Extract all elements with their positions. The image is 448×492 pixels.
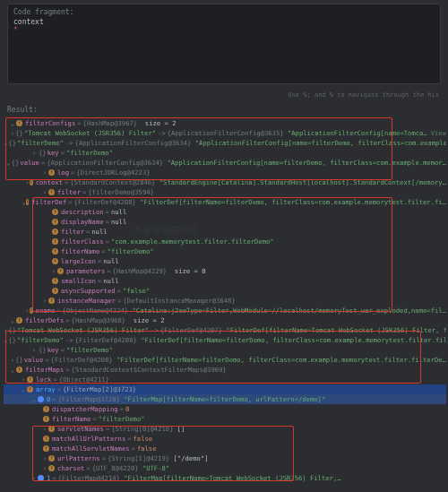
node-fm-filterName[interactable]: ffilterName="filterDemo" — [4, 414, 446, 424]
field-icon: f — [48, 298, 55, 304]
field-icon: f — [52, 219, 58, 225]
chevron-right-icon[interactable] — [41, 296, 48, 306]
chevron-right-icon[interactable] — [25, 306, 30, 315]
chevron-down-icon[interactable] — [9, 315, 16, 325]
node-filter-inner[interactable]: ffilter=null — [4, 227, 446, 237]
chevron-down-icon[interactable] — [20, 384, 27, 394]
field-icon: f — [48, 169, 55, 176]
code-fragment-caret: * — [13, 26, 435, 34]
node-filterClass[interactable]: ffilterClass="com.example.memorytest.fil… — [4, 237, 446, 246]
field-icon: f — [27, 376, 33, 383]
field-icon: f — [57, 268, 64, 274]
view-link[interactable]: View — [431, 128, 446, 138]
field-icon: f — [27, 386, 33, 393]
field-icon: f — [43, 416, 49, 422]
node-parameters[interactable]: fparameters={HashMap@4229} size = 0 — [4, 266, 446, 276]
node-largeIcon[interactable]: flargeIcon=null — [4, 256, 446, 266]
node-filter[interactable]: ffilter={filterDemo@3594} — [4, 187, 446, 197]
field-icon: f — [43, 436, 49, 442]
chevron-down-icon[interactable] — [9, 118, 16, 128]
result-tree[interactable]: ffilterConfigs={HashMap@3967} size = 2 {… — [4, 118, 446, 488]
code-fragment-label: Code fragment: — [13, 8, 435, 16]
node-displayName[interactable]: fdisplayName=null — [4, 217, 446, 227]
node-fd-e1-key[interactable]: {}key="filterDemo" — [4, 345, 446, 355]
chevron-right-icon[interactable] — [41, 168, 48, 177]
node-servletNames[interactable]: fservletNames={String[0]@4218} [] — [4, 424, 446, 434]
node-oname[interactable]: foname={ObjectName@4224} "Catalina:j2eeT… — [4, 306, 446, 315]
chevron-down-icon[interactable] — [9, 365, 16, 375]
node-description[interactable]: fdescription=null — [4, 207, 446, 217]
node-smallIcon[interactable]: fsmallIcon=null — [4, 276, 446, 286]
node-filterName[interactable]: ffilterName="filterDemo" — [4, 246, 446, 256]
chevron-right-icon[interactable] — [30, 473, 38, 483]
field-icon: f — [30, 307, 33, 314]
node-fd-entry0[interactable]: {}"Tomcat WebSocket (JSR356) Filter"->{F… — [4, 325, 446, 335]
field-icon: f — [43, 406, 49, 412]
node-fc-e1-key[interactable]: {}key="filterDemo" — [4, 148, 446, 158]
object-icon — [38, 396, 44, 402]
field-icon: f — [52, 258, 58, 264]
chevron-right-icon[interactable] — [11, 355, 14, 365]
node-urlPatterns[interactable]: furlPatterns={String[1]@4219} ["/demo"] — [4, 453, 446, 463]
node-array-1[interactable]: 1={FilterMap@4214} "FilterMap[filterName… — [4, 473, 446, 483]
chevron-right-icon[interactable] — [41, 463, 48, 473]
node-array[interactable]: farray={FilterMap[2]@3723} — [4, 384, 446, 394]
field-icon: f — [52, 278, 58, 284]
node-fc-entry0[interactable]: {}"Tomcat WebSocket (JSR356) Filter"->{A… — [4, 128, 446, 138]
field-icon: f — [48, 426, 55, 432]
chevron-down-icon[interactable] — [6, 158, 10, 168]
node-filterDef[interactable]: ffilterDef={FilterDef@4208} "FilterDef[f… — [4, 197, 446, 207]
code-fragment-input[interactable]: context — [13, 18, 435, 26]
code-fragment-panel: Code fragment: context * — [7, 4, 441, 84]
node-fc-entry1[interactable]: {}"filterDemo"->{ApplicationFilterConfig… — [4, 138, 446, 148]
chevron-down-icon[interactable] — [4, 138, 7, 148]
result-label: Result: — [7, 106, 38, 114]
chevron-right-icon[interactable] — [25, 177, 30, 187]
field-icon: f — [52, 229, 58, 235]
field-icon: f — [52, 238, 58, 245]
node-fd-entry1[interactable]: {}"filterDemo"->{FilterDef@4208} "Filter… — [4, 335, 446, 345]
field-icon: f — [52, 288, 58, 294]
node-matchAllUrlPatterns[interactable]: fmatchAllUrlPatterns=false — [4, 434, 446, 444]
chevron-right-icon[interactable] — [30, 345, 38, 355]
node-charset[interactable]: fcharset={UTF_8@4220} "UTF-8" — [4, 463, 446, 473]
node-matchAllServletNames[interactable]: fmatchAllServletNames=false — [4, 444, 446, 453]
node-dispatcherMapping[interactable]: fdispatcherMapping=0 — [4, 404, 446, 414]
field-icon: f — [52, 248, 58, 255]
node-filterConfigs[interactable]: ffilterConfigs={HashMap@3967} size = 2 — [4, 118, 446, 128]
field-icon: f — [48, 189, 55, 195]
chevron-down-icon[interactable] — [30, 394, 38, 404]
field-icon: f — [43, 445, 49, 452]
node-context[interactable]: fcontext={StandardContext@2846} "Standar… — [4, 177, 446, 187]
object-icon — [38, 475, 44, 481]
field-icon: f — [16, 120, 22, 126]
node-asyncSupported[interactable]: fasyncSupported="false" — [4, 286, 446, 296]
chevron-right-icon[interactable] — [30, 148, 38, 158]
node-array-0[interactable]: 0={FilterMap@3728} "FilterMap[filterName… — [4, 394, 446, 404]
chevron-right-icon[interactable] — [41, 187, 48, 197]
chevron-right-icon[interactable] — [20, 375, 27, 384]
chevron-right-icon[interactable] — [50, 266, 57, 276]
field-icon: f — [16, 317, 22, 324]
field-icon: f — [26, 199, 29, 205]
field-icon: f — [48, 455, 55, 462]
field-icon: f — [48, 465, 55, 471]
chevron-down-icon[interactable] — [4, 335, 7, 345]
node-filterDefs[interactable]: ffilterDefs={HashMap@3968} size = 2 — [4, 315, 446, 325]
node-instanceManager[interactable]: finstanceManager={DefaultInstanceManager… — [4, 296, 446, 306]
node-log[interactable]: flog={DirectJDKLog@4223} — [4, 168, 446, 177]
field-icon: f — [30, 179, 33, 186]
field-icon: f — [16, 367, 22, 373]
chevron-right-icon[interactable] — [41, 424, 48, 434]
field-icon: f — [52, 209, 58, 215]
node-fc-e1-value[interactable]: {}value={ApplicationFilterConfig@3634} "… — [4, 158, 446, 168]
chevron-right-icon[interactable] — [4, 325, 7, 335]
node-filterMaps[interactable]: ffilterMaps={StandardContext$ContextFilt… — [4, 365, 446, 375]
node-lock[interactable]: flock={Object@4211} — [4, 375, 446, 384]
chevron-right-icon[interactable] — [11, 128, 14, 138]
chevron-right-icon[interactable] — [41, 453, 48, 463]
node-fd-e1-value[interactable]: {}value={FilterDef@4208} "FilterDef[filt… — [4, 355, 446, 365]
history-hint: Use %; and % to navigate through the his — [288, 91, 439, 99]
